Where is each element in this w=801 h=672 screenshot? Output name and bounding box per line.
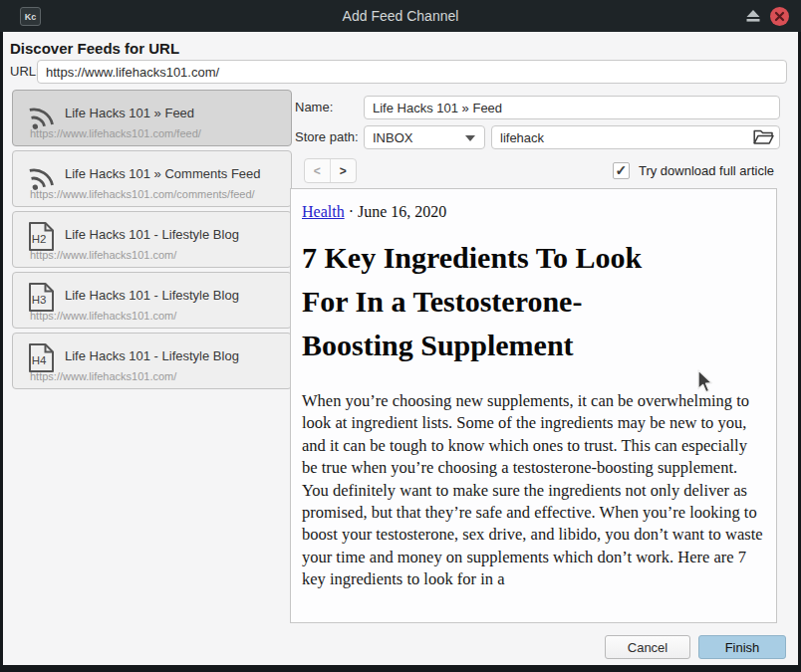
article-nav-buttons: < > (304, 158, 357, 183)
svg-text:H3: H3 (32, 294, 47, 306)
previous-article-button[interactable]: < (305, 159, 331, 182)
feed-url: https://www.lifehacks101.com/ (30, 370, 176, 382)
feed-url: https://www.lifehacks101.com/comments/fe… (30, 188, 255, 200)
folder-name-input[interactable] (491, 125, 780, 149)
feed-name-input[interactable] (364, 96, 780, 119)
article-meta: Health · June 16, 2020 (302, 203, 766, 221)
feed-title: Life Hacks 101 - Lifestyle Blog (65, 288, 239, 303)
feed-title: Life Hacks 101 - Lifestyle Blog (65, 227, 239, 242)
titlebar: Kc Add Feed Channel (0, 0, 801, 32)
eject-icon (746, 10, 760, 22)
checkmark-icon: ✓ (616, 163, 628, 177)
window-title: Add Feed Channel (0, 8, 801, 24)
article-body: When you’re choosing new supplements, it… (302, 390, 766, 591)
svg-text:H2: H2 (32, 233, 47, 245)
dialog-footer: Cancel Finish (605, 635, 786, 659)
url-label: URL: (10, 60, 40, 84)
article-title: 7 Key Ingredients To Look For In a Testo… (302, 236, 766, 367)
article-preview-pane[interactable]: Health · June 16, 2020 7 Key Ingredients… (290, 188, 777, 623)
close-icon (774, 11, 785, 22)
close-button[interactable] (770, 7, 789, 26)
feed-title: Life Hacks 101 » Feed (65, 106, 194, 120)
cancel-button[interactable]: Cancel (605, 635, 690, 659)
article-date: · June 16, 2020 (349, 203, 447, 220)
finish-button[interactable]: Finish (698, 635, 786, 659)
store-path-label: Store path: (295, 125, 359, 149)
page-title: Discover Feeds for URL (10, 40, 179, 57)
feed-list-item[interactable]: H4 Life Hacks 101 - Lifestyle Blog https… (12, 333, 292, 389)
open-folder-icon (753, 129, 774, 145)
full-article-checkbox[interactable]: ✓ (613, 162, 630, 179)
feed-list-item[interactable]: H3 Life Hacks 101 - Lifestyle Blog https… (12, 272, 292, 329)
svg-text:H4: H4 (32, 354, 47, 366)
feed-list-item[interactable]: Life Hacks 101 » Comments Feed https://w… (12, 150, 292, 207)
feed-url: https://www.lifehacks101.com/ (30, 249, 176, 261)
full-article-option: ✓ Try download full article (613, 160, 774, 180)
store-path-dropdown[interactable]: INBOX (364, 125, 485, 149)
dialog-content: Discover Feeds for URL URL: Life Hacks 1… (3, 32, 798, 665)
feed-url: https://www.lifehacks101.com/ (30, 310, 176, 322)
feed-title: Life Hacks 101 » Comments Feed (65, 166, 261, 181)
article-category-link[interactable]: Health (302, 203, 345, 220)
feed-url: https://www.lifehacks101.com/feed/ (30, 127, 201, 139)
choose-folder-button[interactable] (753, 129, 775, 145)
next-article-button[interactable]: > (331, 159, 357, 182)
name-label: Name: (295, 96, 333, 119)
feed-title: Life Hacks 101 - Lifestyle Blog (65, 348, 239, 363)
chevron-down-icon (465, 135, 475, 141)
store-path-value: INBOX (373, 130, 412, 145)
titlebar-buttons (746, 0, 789, 32)
feed-list-item[interactable]: Life Hacks 101 » Feed https://www.lifeha… (12, 90, 292, 146)
url-input[interactable] (37, 60, 787, 84)
discovered-feed-list: Life Hacks 101 » Feed https://www.lifeha… (12, 90, 292, 393)
full-article-label: Try download full article (639, 163, 774, 178)
add-feed-channel-dialog: Kc Add Feed Channel Discover Feeds for U… (0, 0, 801, 672)
feed-list-item[interactable]: H2 Life Hacks 101 - Lifestyle Blog https… (12, 211, 292, 268)
shade-window-button[interactable] (746, 10, 760, 22)
app-icon: Kc (20, 7, 41, 26)
